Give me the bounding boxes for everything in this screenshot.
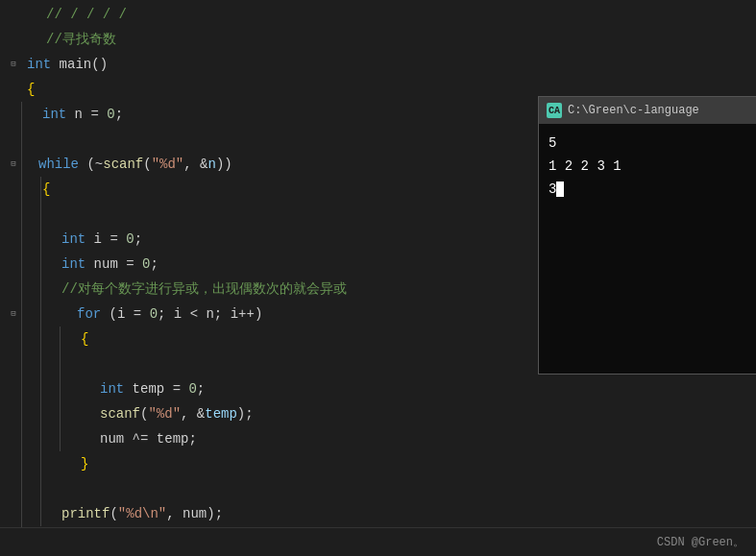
line-13: ⊟ for (i = 0; i < n; i++)	[0, 302, 533, 326]
code-text-17: scanf("%d", &temp);	[23, 401, 254, 426]
code-text-14: {	[23, 326, 88, 351]
gutter-13[interactable]: ⊟	[4, 302, 23, 326]
line-14: {	[0, 326, 533, 351]
line-5: int n = 0;	[0, 102, 533, 127]
code-text-16: int temp = 0;	[23, 376, 205, 401]
line-10: int i = 0;	[0, 227, 533, 252]
code-text-12: //对每个数字进行异或，出现偶数次的就会异或	[23, 277, 347, 302]
code-text-6	[23, 127, 50, 152]
line-16: int temp = 0;	[0, 376, 533, 401]
line-1: // / / / /	[0, 2, 533, 27]
bottom-bar-text: CSDN @Green。	[657, 534, 744, 550]
bottom-bar: CSDN @Green。	[0, 527, 756, 556]
line-19: }	[0, 451, 533, 476]
terminal-window: CA C:\Green\c-language 5 1 2 2 3 1 3	[538, 96, 756, 375]
terminal-body[interactable]: 5 1 2 2 3 1 3	[539, 124, 756, 374]
code-lines: // / / / / //寻找奇数 ⊟ int main() { int n =…	[0, 0, 533, 556]
code-text-18: num ^= temp;	[23, 426, 197, 451]
code-text-19: }	[23, 451, 88, 476]
code-text-7: while (~scanf("%d", &n))	[23, 152, 232, 177]
code-text-8: {	[23, 177, 50, 202]
terminal-line-3: 3	[549, 178, 748, 201]
line-3: ⊟ int main()	[0, 52, 533, 77]
terminal-cursor	[556, 181, 564, 197]
terminal-titlebar: CA C:\Green\c-language	[539, 97, 756, 124]
line-21: printf("%d\n", num);	[0, 501, 533, 526]
line-8: {	[0, 177, 533, 202]
line-15	[0, 351, 533, 376]
line-6	[0, 127, 533, 152]
code-text-2: //寻找奇数	[42, 27, 116, 52]
code-text-4: {	[23, 77, 35, 102]
code-text-21: printf("%d\n", num);	[23, 501, 223, 526]
code-text-1: // / / / /	[42, 2, 127, 27]
line-2: //寻找奇数	[0, 27, 533, 52]
line-18: num ^= temp;	[0, 426, 533, 451]
line-7: ⊟ while (~scanf("%d", &n))	[0, 152, 533, 177]
line-17: scanf("%d", &temp);	[0, 401, 533, 426]
fold-icon-7[interactable]: ⊟	[11, 152, 15, 177]
code-editor: // / / / / //寻找奇数 ⊟ int main() { int n =…	[0, 0, 533, 556]
line-9	[0, 202, 533, 227]
line-11: int num = 0;	[0, 252, 533, 277]
terminal-line-1: 5	[549, 132, 748, 155]
terminal-title-text: C:\Green\c-language	[568, 104, 699, 117]
line-12: //对每个数字进行异或，出现偶数次的就会异或	[0, 277, 533, 302]
line-20	[0, 476, 533, 501]
code-text-15	[23, 351, 108, 376]
terminal-icon: CA	[547, 103, 562, 118]
code-text-20	[23, 476, 69, 501]
gutter-7[interactable]: ⊟	[4, 152, 23, 177]
code-text-5: int n = 0;	[23, 102, 123, 127]
code-text-11: int num = 0;	[23, 252, 159, 277]
code-text-13: for (i = 0; i < n; i++)	[23, 302, 262, 326]
fold-icon-3[interactable]: ⊟	[11, 52, 15, 77]
terminal-line-2: 1 2 2 3 1	[549, 155, 748, 178]
gutter-3[interactable]: ⊟	[4, 52, 23, 77]
code-text-9	[23, 202, 69, 227]
fold-icon-13[interactable]: ⊟	[11, 302, 15, 326]
code-text-3: int main()	[23, 52, 108, 77]
line-4: {	[0, 77, 533, 102]
